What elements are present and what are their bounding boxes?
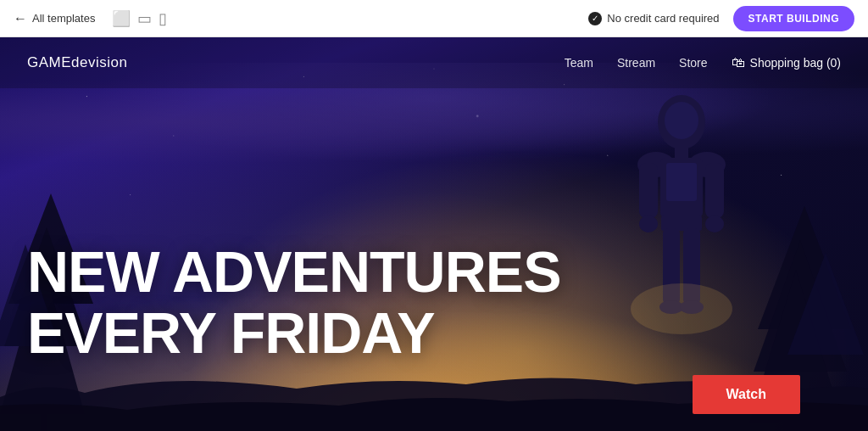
bag-label: Shopping bag (0) xyxy=(750,56,841,70)
svg-point-14 xyxy=(639,216,658,232)
logo-text: GAME xyxy=(27,54,71,70)
nav-links: Team Stream Store 🛍 Shopping bag (0) xyxy=(565,55,841,70)
logo-text-thin: devision xyxy=(71,54,127,70)
desktop-icon[interactable]: ⬜ xyxy=(112,11,131,26)
tablet-icon[interactable]: ▭ xyxy=(137,11,152,26)
hero-line2: EVERY FRIDAY xyxy=(27,300,435,365)
svg-point-15 xyxy=(705,216,724,232)
start-building-button[interactable]: START BUILDING xyxy=(733,6,854,31)
site-logo: GAMEdevision xyxy=(27,54,565,71)
no-credit-label: No credit card required xyxy=(607,12,719,25)
toolbar: ← All templates ⬜ ▭ ▯ ✓ No credit card r… xyxy=(0,0,868,37)
mobile-icon[interactable]: ▯ xyxy=(159,11,167,26)
bag-icon: 🛍 xyxy=(732,55,745,70)
hero-line1: NEW ADVENTURES xyxy=(27,239,561,304)
svg-rect-11 xyxy=(666,163,697,201)
svg-rect-13 xyxy=(705,163,724,218)
site-navigation: GAMEdevision Team Stream Store 🛍 Shoppin… xyxy=(0,37,868,88)
back-arrow-icon: ← xyxy=(14,11,27,26)
hero-text-block: NEW ADVENTURES EVERY FRIDAY xyxy=(27,242,561,363)
nav-link-store[interactable]: Store xyxy=(679,56,707,70)
nav-link-team[interactable]: Team xyxy=(565,56,593,70)
back-button[interactable]: ← All templates xyxy=(14,11,95,26)
svg-point-6 xyxy=(665,102,698,139)
svg-point-21 xyxy=(631,283,732,334)
website-preview: GAMEdevision Team Stream Store 🛍 Shoppin… xyxy=(0,37,868,431)
svg-rect-12 xyxy=(639,163,658,218)
shopping-bag-link[interactable]: 🛍 Shopping bag (0) xyxy=(732,55,841,70)
watch-button[interactable]: Watch xyxy=(693,375,800,414)
device-switcher: ⬜ ▭ ▯ xyxy=(112,11,167,26)
svg-rect-7 xyxy=(675,146,688,159)
check-icon: ✓ xyxy=(588,12,602,25)
hero-headline: NEW ADVENTURES EVERY FRIDAY xyxy=(27,242,561,363)
no-credit-notice: ✓ No credit card required xyxy=(588,12,719,25)
nav-link-stream[interactable]: Stream xyxy=(617,56,655,70)
back-label: All templates xyxy=(32,12,95,25)
